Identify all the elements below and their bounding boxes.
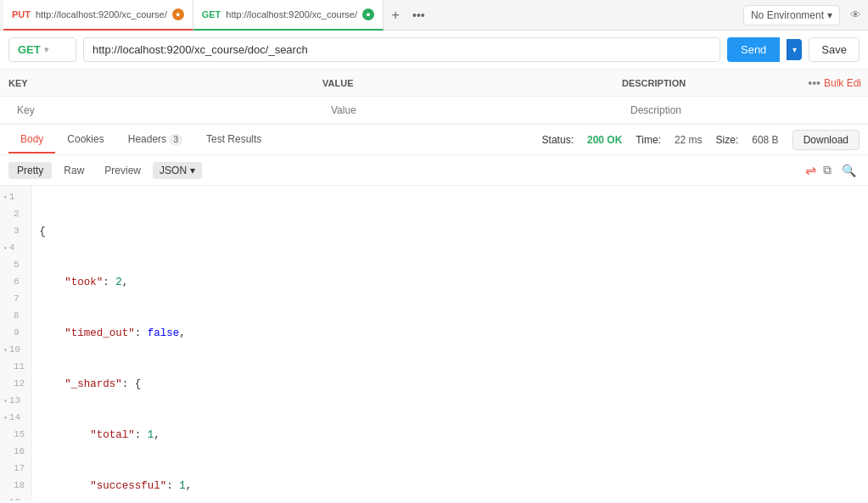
value-input[interactable]	[322, 104, 605, 116]
method-label: GET	[18, 43, 41, 56]
size-label: Size:	[716, 134, 739, 146]
wrap-text-icon[interactable]: ⇌	[805, 162, 816, 178]
json-response-body: ▾1 2 3 ▾4 5 6 7 8 9 ▾10 11 12 ▾13 ▾14 15…	[0, 186, 868, 500]
description-column-header: DESCRIPTION	[613, 78, 800, 88]
pretty-button[interactable]: Pretty	[8, 162, 52, 179]
new-tab-button[interactable]: +	[384, 3, 407, 27]
get-tab-url: http://localhost:9200/xc_course/	[226, 9, 357, 20]
status-value: 200 OK	[587, 134, 622, 146]
column-actions: ••• Bulk Edi	[800, 76, 868, 90]
time-value: 22 ms	[675, 134, 703, 146]
dots-menu-button[interactable]: •••	[808, 76, 820, 90]
json-label: JSON	[160, 165, 187, 176]
tab-cookies-label: Cookies	[67, 133, 104, 145]
tab-cookies[interactable]: Cookies	[55, 126, 115, 154]
raw-button[interactable]: Raw	[55, 162, 92, 179]
tab-test-results-label: Test Results	[206, 133, 261, 145]
status-info: Status: 200 OK Time: 22 ms Size: 608 B D…	[542, 130, 860, 150]
environment-selector[interactable]: No Environment ▾	[743, 5, 840, 25]
url-input[interactable]	[83, 37, 720, 62]
tab-body-label: Body	[20, 133, 43, 145]
tab-test-results[interactable]: Test Results	[194, 126, 273, 154]
tab-headers[interactable]: Headers 3	[116, 126, 194, 154]
params-header: KEY VALUE DESCRIPTION ••• Bulk Edi	[0, 70, 868, 97]
key-column-header: KEY	[0, 78, 314, 88]
get-tab[interactable]: GET http://localhost:9200/xc_course/ ●	[193, 0, 384, 31]
json-code: { "took": 2, "timed_out": false, "_shard…	[32, 186, 868, 500]
request-bar: GET ▾ Send ▾ Save	[0, 31, 868, 70]
response-sub-tabs: Body Cookies Headers 3 Test Results Stat…	[0, 125, 868, 155]
line-numbers: ▾1 2 3 ▾4 5 6 7 8 9 ▾10 11 12 ▾13 ▾14 15…	[0, 186, 32, 500]
headers-badge: 3	[169, 134, 182, 145]
format-bar: Pretty Raw Preview JSON ▾ ⇌ ⧉ 🔍	[0, 155, 868, 186]
params-section: KEY VALUE DESCRIPTION ••• Bulk Edi	[0, 70, 868, 125]
time-label: Time:	[636, 134, 661, 146]
json-chevron-icon: ▾	[190, 165, 195, 176]
preview-button[interactable]: Preview	[96, 162, 149, 179]
send-button[interactable]: Send	[727, 37, 780, 62]
params-row	[0, 97, 868, 124]
get-tab-method: GET	[202, 9, 221, 20]
environment-label: No Environment	[751, 9, 824, 21]
size-value: 608 B	[752, 134, 778, 146]
key-input[interactable]	[8, 104, 305, 116]
method-selector[interactable]: GET ▾	[8, 37, 76, 62]
put-tab-method: PUT	[12, 9, 31, 20]
put-tab[interactable]: PUT http://localhost:9200/xc_course/ ●	[3, 0, 193, 31]
value-column-header: VALUE	[314, 78, 613, 88]
download-button[interactable]: Download	[792, 130, 860, 150]
chevron-down-icon: ▾	[827, 9, 832, 21]
bulk-edit-button[interactable]: Bulk Edi	[824, 77, 861, 89]
save-button[interactable]: Save	[809, 37, 860, 62]
environment-eye-icon[interactable]: 👁	[847, 5, 865, 25]
search-icon[interactable]: 🔍	[838, 162, 860, 179]
tab-bar: PUT http://localhost:9200/xc_course/ ● G…	[0, 0, 868, 31]
get-tab-close-icon[interactable]: ●	[362, 8, 374, 20]
json-format-selector[interactable]: JSON ▾	[153, 162, 202, 179]
method-chevron-icon: ▾	[44, 45, 48, 54]
copy-icon[interactable]: ⧉	[820, 161, 835, 179]
tab-body[interactable]: Body	[8, 126, 55, 154]
send-dropdown-button[interactable]: ▾	[787, 39, 802, 60]
more-tabs-button[interactable]: •••	[407, 8, 430, 22]
tab-headers-label: Headers	[128, 133, 166, 145]
description-input[interactable]	[622, 104, 792, 116]
status-label: Status:	[542, 134, 574, 146]
put-tab-close-icon[interactable]: ●	[172, 8, 184, 20]
put-tab-url: http://localhost:9200/xc_course/	[36, 9, 167, 20]
